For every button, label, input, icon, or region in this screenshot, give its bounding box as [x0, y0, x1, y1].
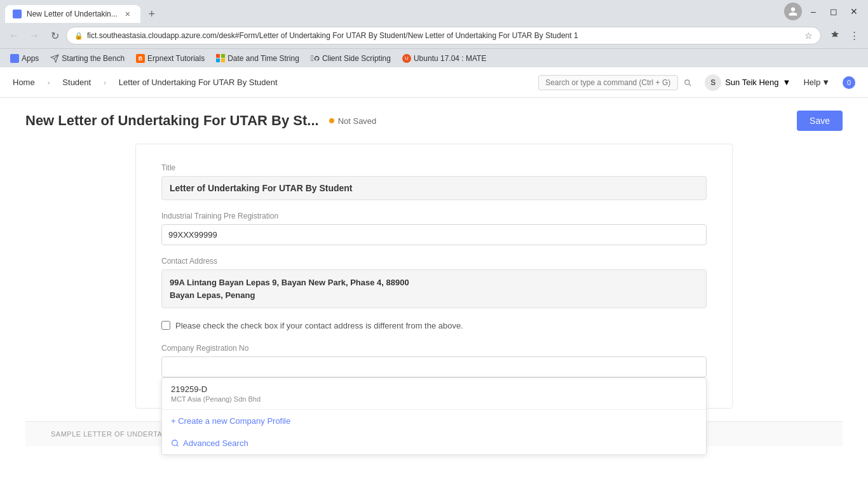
industrial-training-label: Industrial Training Pre Registration [161, 212, 707, 220]
bookmark-datetime-label: Date and Time String [227, 54, 299, 63]
bookmark-ubuntu-label: Ubuntu 17.04 : MATE [414, 54, 487, 63]
chrome-menu-icon[interactable]: ⋮ [845, 27, 863, 44]
url-text: fict.southeastasia.cloudapp.azure.com/de… [87, 31, 799, 40]
page-title: New Letter of Undertaking For UTAR By St… [25, 112, 319, 129]
ubuntu-favicon: U [402, 54, 411, 63]
form-card: Title Letter of Undertaking For UTAR By … [135, 144, 733, 409]
save-button[interactable]: Save [797, 111, 843, 131]
industrial-training-group: Industrial Training Pre Registration [161, 212, 707, 245]
status-badge: Not Saved [329, 116, 377, 126]
status-dot [329, 118, 334, 123]
title-field-group: Title Letter of Undertaking For UTAR By … [161, 163, 707, 200]
erpnext-favicon: B [136, 54, 145, 63]
minimize-button[interactable]: – [804, 3, 822, 20]
bookmark-starting-bench-label: Starting the Bench [62, 54, 125, 63]
create-company-profile-button[interactable]: + Create a new Company Profile [162, 410, 706, 432]
bookmark-datetime[interactable]: Date and Time String [211, 51, 304, 65]
create-company-label: + Create a new Company Profile [171, 416, 290, 426]
help-button[interactable]: Help ▼ [803, 78, 830, 87]
profile-icon[interactable] [784, 3, 802, 20]
dropdown-item-sub-0: MCT Asia (Penang) Sdn Bhd [171, 395, 697, 403]
starting-bench-favicon [50, 54, 59, 63]
search-icon [683, 78, 692, 87]
svg-point-1 [172, 440, 178, 445]
industrial-training-input[interactable] [161, 224, 707, 245]
user-name: Sun Teik Heng [725, 78, 778, 87]
breadcrumb-chevron-1: › [48, 79, 50, 86]
bookmark-apps[interactable]: Apps [5, 51, 44, 65]
title-label: Title [161, 163, 707, 172]
new-tab-button[interactable]: + [143, 5, 161, 23]
search-input[interactable] [538, 75, 678, 90]
back-button[interactable]: ← [5, 27, 23, 44]
tab-title: New Letter of Undertakin... [27, 10, 118, 18]
advanced-search-label: Advanced Search [183, 438, 248, 448]
contact-address-group: Contact Address 99A Lintang Bayan Lepas … [161, 257, 707, 308]
contact-address-display: 99A Lintang Bayan Lepas 9, Bayan New Par… [161, 269, 707, 308]
github-favicon:  [311, 54, 320, 63]
company-reg-label: Company Registration No [161, 344, 707, 353]
nav-breadcrumb-current: Letter of Undertaking For UTAR By Studen… [119, 78, 278, 87]
company-reg-dropdown: 219259-D MCT Asia (Penang) Sdn Bhd + Cre… [161, 377, 707, 455]
nav-search-area [538, 75, 692, 90]
checkbox-label: Please check the check box if your conta… [175, 320, 463, 332]
help-label: Help [803, 78, 820, 87]
help-chevron-icon: ▼ [822, 78, 830, 87]
checkbox-row: Please check the check box if your conta… [161, 320, 707, 332]
status-text: Not Saved [338, 116, 377, 126]
contact-address-label: Contact Address [161, 257, 707, 266]
tab-close-button[interactable]: × [123, 9, 133, 19]
bookmark-client-scripting-label: Client Side Scripting [322, 54, 391, 63]
dropdown-item-title-0: 219259-D [171, 384, 697, 394]
datetime-favicon [216, 54, 225, 63]
company-reg-input[interactable] [161, 356, 707, 377]
bookmark-star-icon[interactable]: ☆ [804, 30, 813, 41]
user-avatar: S [705, 74, 721, 91]
address-bar[interactable]: 🔒 fict.southeastasia.cloudapp.azure.com/… [66, 27, 821, 44]
bookmark-apps-label: Apps [22, 54, 39, 63]
company-reg-group: Company Registration No 219259-D MCT Asi… [161, 344, 707, 377]
bookmark-ubuntu[interactable]: U Ubuntu 17.04 : MATE [397, 51, 492, 65]
lock-icon: 🔒 [74, 32, 83, 40]
maximize-button[interactable]: ◻ [825, 3, 843, 20]
bookmark-erpnext[interactable]: B Erpnext Tutorials [131, 51, 210, 65]
nav-student[interactable]: Student [62, 78, 91, 87]
breadcrumb-chevron-2: › [104, 79, 106, 86]
address-line1: 99A Lintang Bayan Lepas 9, Bayan New Par… [170, 278, 409, 287]
forward-button[interactable]: → [25, 27, 43, 44]
page-header: New Letter of Undertaking For UTAR By St… [25, 111, 843, 131]
browser-tab[interactable]: New Letter of Undertakin... × [5, 5, 140, 23]
notification-badge[interactable]: 0 [843, 76, 855, 89]
close-window-button[interactable]: ✕ [845, 3, 863, 20]
bookmark-erpnext-label: Erpnext Tutorials [147, 54, 205, 63]
extensions-icon[interactable] [826, 27, 844, 44]
advanced-search-button[interactable]: Advanced Search [162, 432, 706, 454]
address-line2: Bayan Lepas, Penang [170, 290, 255, 300]
app-navbar: Home › Student › Letter of Undertaking F… [0, 67, 868, 98]
bookmarks-bar: Apps Starting the Bench B Erpnext Tutori… [0, 48, 868, 67]
user-menu-chevron: ▼ [783, 78, 791, 87]
bookmark-starting-bench[interactable]: Starting the Bench [45, 51, 130, 65]
apps-favicon [10, 54, 19, 63]
advanced-search-icon [171, 439, 179, 447]
user-menu[interactable]: S Sun Teik Heng ▼ [705, 74, 790, 91]
nav-home[interactable]: Home [13, 78, 35, 87]
refresh-button[interactable]: ↻ [46, 27, 64, 44]
title-display: Letter of Undertaking For UTAR By Studen… [161, 176, 707, 200]
tab-favicon [13, 10, 22, 18]
dropdown-item-0[interactable]: 219259-D MCT Asia (Penang) Sdn Bhd [162, 378, 706, 409]
contact-address-checkbox[interactable] [161, 321, 170, 330]
bookmark-client-scripting[interactable]:  Client Side Scripting [306, 51, 396, 65]
